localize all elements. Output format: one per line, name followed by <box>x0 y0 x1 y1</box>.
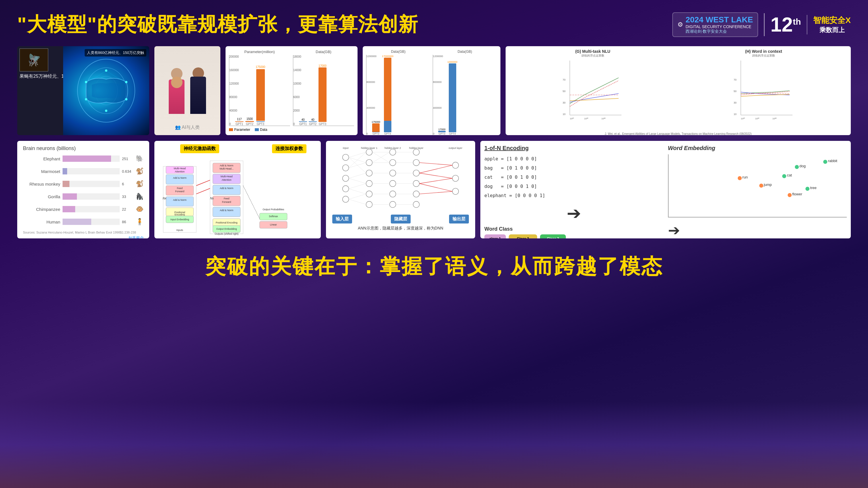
person-male <box>190 67 206 114</box>
brand-sub: 乘数而上 <box>819 26 845 34</box>
transformer-svg: Positional Encoding Input Embedding Add … <box>157 158 318 238</box>
svg-line-137 <box>420 191 453 194</box>
data-title: Data(GB) <box>293 50 354 54</box>
human-label: 人类有860亿神经元、150万亿突触 <box>85 49 146 57</box>
bottom-text-container: 突破的关键在于：掌握了语义，从而跨越了模态 <box>17 253 851 280</box>
svg-line-136 <box>420 184 453 191</box>
svg-line-107 <box>349 152 366 157</box>
svg-text:input: input <box>343 147 349 150</box>
header-logos: ⚙ 2024 WEST LAKE DIGITAL SECURITY CONFER… <box>672 12 851 37</box>
svg-point-84 <box>343 186 349 192</box>
svg-text:10²⁰: 10²⁰ <box>741 117 745 120</box>
d2: 40 GPT2 <box>309 118 317 126</box>
scale-chart-container: Data(GB) 1200000 800000 400000 0 175000 <box>363 46 500 135</box>
svg-point-10 <box>125 81 127 83</box>
svg-point-87 <box>366 160 372 166</box>
rhesus-icon: 🐒 <box>136 180 144 188</box>
svg-text:10²⁰: 10²⁰ <box>570 117 574 120</box>
nlp-chart-container: (G) Multi-task NLU 训练的浮点运算数 10 30 50 70 <box>505 46 851 135</box>
neuron-row-human: Human 86 🧍 <box>23 218 144 226</box>
conference-name: DIGITAL SECURITY CONFERENCE <box>685 24 753 29</box>
svg-point-85 <box>343 196 349 202</box>
param-bars: 200000 160000 120000 80000 40000 0 117 <box>229 55 290 126</box>
panel-word-embedding: 1-of-N Encoding apple = [1 0 0 0 0] bag … <box>480 141 851 238</box>
gorilla-icon: 🦍 <box>136 193 144 200</box>
svg-line-112 <box>349 173 366 178</box>
svg-text:Softmax: Softmax <box>269 215 278 218</box>
svg-point-105 <box>452 175 459 182</box>
transformer-container: 神经元激励函数 连接加权参数 Positional Encoding Input… <box>154 141 321 238</box>
large-data-bars: 1200000 800000 400000 0 17000 GPT3 <box>433 55 497 135</box>
svg-point-104 <box>452 162 459 168</box>
param-title: Parameter(million) <box>229 50 290 54</box>
legend-param: Parameter <box>229 128 250 132</box>
scatter-plot: dog rabbit run <box>668 154 847 218</box>
y-axis-param: 200000 160000 120000 80000 40000 0 <box>229 55 239 126</box>
embedding-title: Word Embedding <box>668 145 847 152</box>
svg-point-106 <box>452 188 459 195</box>
nlp-g-chart: (G) Multi-task NLU 训练的浮点运算数 10 30 50 70 <box>508 49 677 132</box>
word-class-title: Word Class <box>484 226 663 232</box>
ann-container: input hidden layer 1 hidden layer 2 hidd… <box>326 141 475 238</box>
neuron-row-gorilla: Gorilla 33 🦍 <box>23 193 144 200</box>
brand-logo: 智能安全X 乘数而上 <box>807 15 851 34</box>
svg-line-134 <box>420 173 453 178</box>
svg-line-116 <box>349 194 366 199</box>
svg-text:Encoding: Encoding <box>175 213 185 216</box>
large-data-chart: Data(GB) 1200000 800000 400000 0 17000 <box>433 50 497 135</box>
panel-nlp: (G) Multi-task NLU 训练的浮点运算数 10 30 50 70 <box>505 46 851 135</box>
svg-point-9 <box>85 81 87 83</box>
nlp-h-xlabel: 训练的浮点运算数 <box>680 54 848 58</box>
svg-text:10²⁴: 10²⁴ <box>601 117 606 120</box>
svg-text:hidden layer 2: hidden layer 2 <box>384 147 401 150</box>
dot-run: run <box>738 176 742 180</box>
svg-text:10: 10 <box>734 113 736 116</box>
param-chart: Parameter(million) 200000 160000 120000 … <box>229 50 290 126</box>
person-female <box>169 68 185 114</box>
svg-text:70: 70 <box>563 78 565 81</box>
encoding-table: apple = [1 0 0 0 0] bag = [0 1 0 0 0] ca… <box>484 154 663 200</box>
dot-tree: tree <box>805 187 809 191</box>
word-class-1: class 1 dog cat bird <box>484 234 506 238</box>
svg-rect-63 <box>213 185 241 195</box>
svg-line-135 <box>420 178 453 184</box>
svg-point-94 <box>390 170 396 176</box>
nlp-source: J. Wei, et al., Emergent Abilities of La… <box>508 132 848 135</box>
svg-text:hidden layer 1: hidden layer 1 <box>361 147 377 150</box>
nlp-h-title: (H) Word in context <box>680 49 848 54</box>
svg-point-102 <box>413 191 420 197</box>
panel-scale: Data(GB) 1200000 800000 400000 0 175000 <box>363 46 500 135</box>
panel-people: 👥 AI与人类 <box>154 46 220 135</box>
panel-brain-fly: 🪰 果蝇有25万神经元、1000万突触 <box>17 46 149 135</box>
svg-text:Add & Norm: Add & Norm <box>173 198 187 201</box>
scale-dual: Data(GB) 1200000 800000 400000 0 175000 <box>366 50 497 135</box>
neurons-chart-container: Brain neurons (billions) Elephant 251 🐘 … <box>17 141 149 238</box>
human-icon: 🧍 <box>136 218 144 226</box>
people-image: 👥 AI与人类 <box>154 46 220 135</box>
svg-rect-41 <box>166 197 193 206</box>
svg-text:30: 30 <box>734 101 736 104</box>
svg-point-99 <box>413 160 420 166</box>
svg-line-111 <box>349 163 366 168</box>
svg-line-115 <box>349 189 366 194</box>
neuron-row-rhesus: Rhesus monkey 6 🐒 <box>23 180 144 188</box>
header: "大模型"的突破既靠规模扩张，更靠算法创新 ⚙ 2024 WEST LAKE D… <box>17 11 851 38</box>
marmoset-icon: 🐒 <box>136 167 144 175</box>
main-title: "大模型"的突破既靠规模扩张，更靠算法创新 <box>17 11 418 38</box>
svg-point-83 <box>343 175 349 182</box>
svg-point-13 <box>125 98 127 100</box>
ann-output-label: 输出层 <box>449 215 469 224</box>
svg-point-93 <box>390 160 396 166</box>
lp-gpt4: 17000000 GPT4 <box>382 55 394 135</box>
svg-point-91 <box>366 201 372 208</box>
svg-point-11 <box>105 69 107 72</box>
svg-rect-46 <box>166 175 193 185</box>
nlp-g-title: (G) Multi-task NLU <box>508 49 677 54</box>
westlake-logo: ⚙ 2024 WEST LAKE DIGITAL SECURITY CONFER… <box>672 12 758 37</box>
neurons-source-text: Sources: Suzana Herculano-Houzel, Marino… <box>23 231 136 234</box>
svg-text:Linear: Linear <box>270 223 277 226</box>
nlp-h-svg: 10 30 50 70 10²⁰ 10²² 10²⁴ <box>680 58 848 124</box>
panel-ann: input hidden layer 1 hidden layer 2 hidd… <box>326 141 475 238</box>
svg-text:Input Embedding: Input Embedding <box>170 218 189 221</box>
panel-neurons: Brain neurons (billions) Elephant 251 🐘 … <box>17 141 149 238</box>
